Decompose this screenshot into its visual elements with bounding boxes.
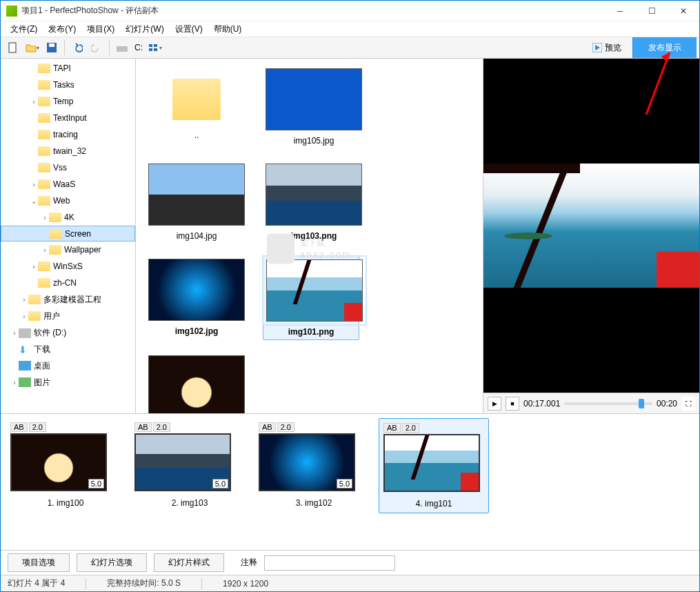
redo-button[interactable] <box>88 39 106 57</box>
slide-duration[interactable]: 5.0 <box>337 479 352 489</box>
tree-item[interactable]: ›多彩建模器工程 <box>1 291 135 308</box>
slide-options-button[interactable]: 幻灯片选项 <box>77 553 147 572</box>
slide-duration[interactable]: 5.0 <box>212 479 228 489</box>
menu-item[interactable]: 文件(Z) <box>5 22 43 37</box>
expand-icon[interactable]: › <box>20 313 28 320</box>
fullscreen-button[interactable]: ⛶ <box>681 397 695 411</box>
new-button[interactable] <box>4 39 22 57</box>
publish-button[interactable]: 发布显示 <box>632 37 697 58</box>
maximize-button[interactable]: ☐ <box>636 1 668 21</box>
menu-item[interactable]: 幻灯片(W) <box>120 22 169 37</box>
drive-button[interactable] <box>113 39 131 57</box>
menu-item[interactable]: 项目(X) <box>81 22 120 37</box>
thumbnail-image <box>148 259 245 321</box>
status-duration: 完整持续时间: 5.0 S <box>107 578 181 589</box>
expand-icon[interactable]: › <box>30 181 38 188</box>
transition-duration[interactable]: 2.0 <box>402 423 419 433</box>
transition-badge[interactable]: AB <box>134 422 152 432</box>
tree-item[interactable]: ›WaaS <box>1 176 135 193</box>
options-row: 项目选项 幻灯片选项 幻灯片样式 注释 <box>1 550 699 575</box>
menu-item[interactable]: 发布(Y) <box>43 22 81 37</box>
expand-icon[interactable]: ⌄ <box>30 197 38 205</box>
tree-item[interactable]: 桌面 <box>1 357 135 374</box>
tree-item[interactable]: TextInput <box>1 110 135 126</box>
tree-item[interactable]: twain_32 <box>1 143 135 159</box>
transition-duration[interactable]: 2.0 <box>29 422 46 432</box>
preview-button[interactable]: 预览 <box>586 39 628 57</box>
folder-tree[interactable]: TAPITasks›TempTextInputtracingtwain_32Vs… <box>1 59 136 413</box>
thumbnail-item[interactable]: img104.jpg <box>148 164 245 241</box>
minimize-button[interactable]: ─ <box>604 1 636 21</box>
tree-label: 4K <box>64 213 74 222</box>
expand-icon[interactable]: › <box>30 98 38 106</box>
transition-duration[interactable]: 2.0 <box>277 422 294 432</box>
transition-badge[interactable]: AB <box>383 423 401 433</box>
expand-icon[interactable]: › <box>10 379 19 386</box>
thumbnail-item[interactable]: img102.jpg <box>148 259 245 337</box>
slide-item[interactable]: AB2.05.01. img100 <box>10 422 121 508</box>
tree-item[interactable]: ›Wallpaper <box>1 241 135 258</box>
tree-item[interactable]: ›WinSxS <box>1 258 135 275</box>
tree-item[interactable]: tracing <box>1 126 135 143</box>
transition-duration[interactable]: 2.0 <box>153 422 170 432</box>
time-total: 00:20 <box>657 399 677 408</box>
transition-badge[interactable]: AB <box>259 422 276 432</box>
view-dropdown[interactable]: ▾ <box>146 39 164 57</box>
tree-item[interactable]: ›Temp <box>1 93 135 110</box>
slide-caption: 3. img102 <box>259 498 369 508</box>
time-current: 00:17.001 <box>523 399 560 408</box>
open-button[interactable]: ▾ <box>23 39 41 57</box>
note-input[interactable] <box>264 555 395 571</box>
undo-button[interactable] <box>68 39 86 57</box>
expand-icon[interactable]: › <box>20 296 28 304</box>
tree-item[interactable]: Vss <box>1 159 135 176</box>
slide-style-button[interactable]: 幻灯片样式 <box>154 553 224 572</box>
tree-item[interactable]: zh-CN <box>1 275 135 291</box>
thumbnail-pane[interactable]: ..img105.jpgimg104.jpgimg103.pngimg102.j… <box>136 59 483 413</box>
thumbnail-item[interactable]: img100.jpg <box>148 355 245 413</box>
thumbnail-item[interactable]: .. <box>148 68 245 146</box>
thumbnail-image <box>266 68 362 130</box>
download-icon: ⬇ <box>19 344 31 354</box>
expand-icon[interactable]: › <box>30 263 38 270</box>
tree-item[interactable]: ›用户 <box>1 308 135 324</box>
folder-icon <box>28 311 41 321</box>
transition-badge[interactable]: AB <box>10 422 28 432</box>
slide-item[interactable]: AB2.05.04. img101 <box>379 418 489 513</box>
thumbnail-image <box>148 355 245 413</box>
close-button[interactable]: ✕ <box>668 1 699 21</box>
tree-item[interactable]: ⌄Web <box>1 193 135 209</box>
folder-icon <box>49 245 61 255</box>
thumbnail-item[interactable]: img105.jpg <box>266 68 362 146</box>
tree-item[interactable]: ›软件 (D:) <box>1 324 135 341</box>
menu-item[interactable]: 帮助(U) <box>208 22 248 37</box>
folder-icon <box>38 278 50 288</box>
tree-item[interactable]: Screen <box>1 226 135 241</box>
save-button[interactable] <box>43 39 61 57</box>
slides-row[interactable]: AB2.05.01. img100AB2.05.02. img103AB2.05… <box>1 414 699 550</box>
menu-item[interactable]: 设置(V) <box>170 22 208 37</box>
slide-image: 5.0 <box>259 433 355 491</box>
slide-item[interactable]: AB2.05.02. img103 <box>134 422 245 508</box>
svg-rect-4 <box>149 44 152 47</box>
stop-button[interactable]: ■ <box>506 397 519 411</box>
thumbnail-item[interactable]: img101.png <box>263 256 359 340</box>
slide-duration[interactable]: 5.0 <box>88 479 104 489</box>
tree-item[interactable]: ›4K <box>1 209 135 226</box>
expand-icon[interactable]: › <box>10 329 19 337</box>
status-resolution: 1920 x 1200 <box>223 579 268 589</box>
tree-item[interactable]: TAPI <box>1 60 135 77</box>
tree-item[interactable]: Tasks <box>1 77 135 93</box>
time-slider[interactable] <box>564 402 652 405</box>
slide-duration[interactable]: 5.0 <box>461 480 477 489</box>
play-button[interactable]: ▶ <box>488 397 501 411</box>
expand-icon[interactable]: › <box>41 214 49 221</box>
expand-icon[interactable]: › <box>41 246 49 254</box>
tree-item[interactable]: ⬇下载 <box>1 341 135 357</box>
thumbnail-item[interactable]: img103.png <box>266 164 362 241</box>
slide-item[interactable]: AB2.05.03. img102 <box>259 422 369 508</box>
project-options-button[interactable]: 项目选项 <box>8 553 70 572</box>
tree-label: tracing <box>53 130 78 139</box>
tree-item[interactable]: ›图片 <box>1 374 135 391</box>
drive-label: C: <box>134 43 143 52</box>
